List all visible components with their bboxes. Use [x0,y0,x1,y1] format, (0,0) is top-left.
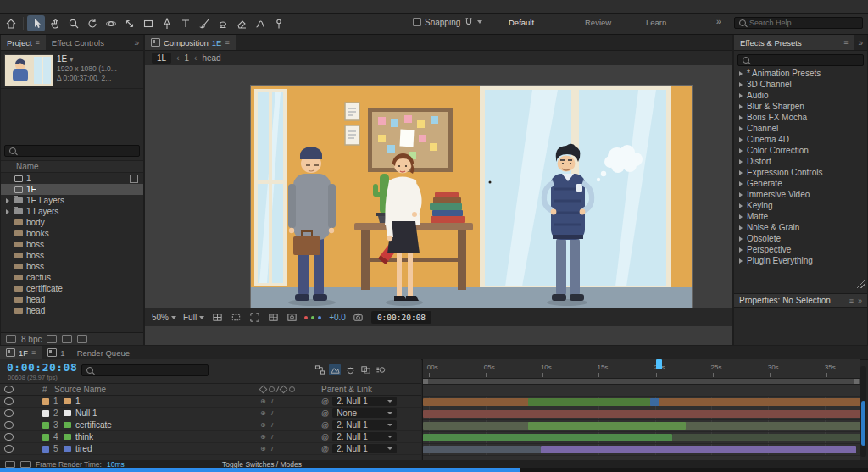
source-name-header[interactable]: Source Name [54,385,260,394]
layer-duration-row[interactable] [423,444,860,456]
pan-behind-tool-icon[interactable] [120,15,138,31]
workspace-overflow-icon[interactable]: » [716,17,721,26]
layer-color-swatch[interactable] [42,446,49,453]
home-tool-icon[interactable] [2,15,19,31]
parent-select[interactable]: 2. Null 1 [332,420,397,430]
toggle-switches-modes-button[interactable]: Toggle Switches / Modes [222,460,302,469]
timeline-search-input[interactable] [97,366,203,375]
project-item-row[interactable]: boss [1,239,143,250]
exposure-value[interactable]: +0.0 [329,313,346,322]
hand-tool-icon[interactable] [46,15,64,31]
zoom-select[interactable]: 50% [152,313,176,322]
parent-select[interactable]: 2. Null 1 [332,444,397,453]
work-area-bar[interactable] [423,379,860,385]
timeline-vertical-scrollbar[interactable] [860,366,866,457]
tab-project[interactable]: Project ≡ [1,35,46,50]
project-item-row[interactable]: cactus [1,272,143,283]
chevron-right-icon[interactable] [6,198,9,203]
eraser-tool-icon[interactable] [232,15,250,31]
brush-tool-icon[interactable] [195,15,213,31]
effects-category-row[interactable]: Expression Controls [734,167,867,178]
effects-category-row[interactable]: Generate [734,178,867,189]
chevron-right-icon[interactable] [739,148,743,153]
pixel-aspect-icon[interactable] [286,312,298,324]
layer-name[interactable]: Null 1 [75,408,260,418]
playhead-handle[interactable] [656,359,662,369]
workspace-tab-review[interactable]: Review [585,18,611,27]
chevron-right-icon[interactable] [739,214,743,219]
project-search-box[interactable] [4,145,140,157]
chevron-right-icon[interactable] [739,258,743,264]
layer-duration-row[interactable] [423,408,860,420]
timeline-layer-row[interactable]: 4 think ⊕ / 2. Null 1 [0,431,421,443]
effects-category-row[interactable]: Audio [734,90,867,101]
chevron-right-icon[interactable] [739,137,743,142]
effects-category-row[interactable]: Distort [734,156,867,167]
safe-margins-icon[interactable] [211,312,223,324]
project-search-input[interactable] [19,147,135,155]
effects-category-row[interactable]: * Animation Presets [734,68,867,79]
rectangle-tool-icon[interactable] [139,15,157,31]
snapping-checkbox[interactable] [413,18,421,26]
breadcrumb-root[interactable]: 1L [152,53,171,64]
composition-canvas[interactable] [250,85,693,326]
project-item-row[interactable]: head [1,294,143,305]
tab-composition[interactable]: Composition 1E ≡ [145,35,236,50]
effects-category-row[interactable]: Blur & Sharpen [734,101,867,112]
pickwhip-icon[interactable] [321,444,329,453]
pickwhip-icon[interactable] [321,420,329,430]
layer-switches[interactable]: ⊕ / [260,433,321,441]
effects-category-row[interactable]: Channel [734,123,867,134]
pickwhip-icon[interactable] [321,408,329,418]
layer-name[interactable]: think [75,432,260,441]
layer-switches[interactable]: ⊕ / [260,397,321,405]
channel-select-icon[interactable] [304,316,322,319]
draft-3d-icon[interactable] [329,364,341,375]
chevron-right-icon[interactable] [739,159,743,164]
layer-name[interactable]: 1 [75,397,260,406]
effects-category-row[interactable]: Color Correction [734,145,867,156]
layer-visibility-icon[interactable] [4,409,14,417]
timeline-layer-row[interactable]: 1 1 ⊕ / 2. Null 1 [0,396,421,408]
layer-visibility-icon[interactable] [4,445,14,453]
layer-duration-row[interactable] [423,397,860,408]
project-item-row[interactable]: 1 [1,173,143,184]
panel-overflow-icon[interactable]: » [130,35,143,50]
chevron-right-icon[interactable] [739,82,743,87]
switches-header-icons[interactable] [260,386,321,392]
new-folder-icon[interactable] [47,335,57,343]
help-search-input[interactable] [749,19,858,27]
effects-category-row[interactable]: Boris FX Mocha [734,112,867,123]
orbit-camera-tool-icon[interactable] [102,15,120,31]
chevron-right-icon[interactable] [739,104,743,109]
workspace-tab-learn[interactable]: Learn [646,18,666,27]
tab-effect-controls[interactable]: Effect Controls [46,35,110,50]
project-item-row[interactable]: 1E [1,184,143,195]
effects-category-row[interactable]: Obsolete [734,233,867,244]
new-composition-icon[interactable] [62,335,72,343]
properties-panel-header[interactable]: Properties: No Selection ≡ » [734,293,867,308]
layer-switches[interactable]: ⊕ / [260,421,321,429]
parent-select[interactable]: 2. Null 1 [332,432,397,441]
project-name-column-header[interactable]: Name [1,160,143,173]
panel-overflow-icon[interactable]: » [854,35,867,50]
timeline-tab-render-queue[interactable]: Render Queue [71,346,136,359]
parent-select[interactable]: 2. Null 1 [332,397,397,406]
parent-select[interactable]: None [332,408,397,418]
chevron-right-icon[interactable] [739,115,743,120]
eye-column-icon[interactable] [4,386,14,393]
effects-category-row[interactable]: Immersive Video [734,189,867,200]
current-timecode[interactable]: 0:00:20:08 [7,361,77,374]
project-item-row[interactable]: boss [1,261,143,272]
fast-previews-icon[interactable] [5,461,15,468]
type-tool-icon[interactable] [176,15,194,31]
effects-category-row[interactable]: 3D Channel [734,79,867,90]
motion-blur-icon[interactable] [375,364,387,375]
timeline-tab-1[interactable]: 1 [42,346,70,359]
effects-search-box[interactable] [737,54,864,66]
chevron-right-icon[interactable] [739,93,743,98]
project-item-row[interactable]: certificate [1,283,143,294]
puppet-pin-tool-icon[interactable] [270,15,287,31]
parent-link-header[interactable]: Parent & Link [321,385,421,394]
mask-visibility-icon[interactable] [230,312,242,324]
